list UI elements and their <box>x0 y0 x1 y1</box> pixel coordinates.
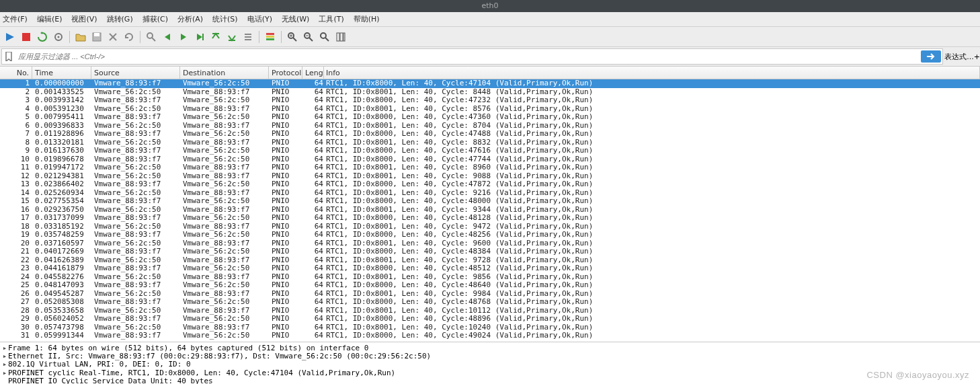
expand-icon[interactable] <box>1 377 8 384</box>
save-file-button[interactable] <box>89 30 104 44</box>
detail-line[interactable]: PROFINET IO Cyclic Service Data Unit: 40… <box>1 377 979 384</box>
go-forward-button[interactable] <box>176 30 191 44</box>
col-info[interactable]: Info <box>324 67 980 79</box>
menu-item-2[interactable]: 视图(V) <box>71 14 97 24</box>
menu-item-3[interactable]: 跳转(G) <box>107 14 133 24</box>
expand-icon[interactable]: ▸ <box>1 344 8 352</box>
col-time[interactable]: Time <box>32 67 91 79</box>
go-first-button[interactable] <box>208 30 223 44</box>
detail-line[interactable]: ▸Frame 1: 64 bytes on wire (512 bits), 6… <box>1 344 979 352</box>
menu-item-1[interactable]: 编辑(E) <box>37 14 63 24</box>
menu-item-7[interactable]: 电话(Y) <box>247 14 272 24</box>
packet-row[interactable]: 80.013320181Vmware_56:2c:50Vmware_88:93:… <box>0 139 980 147</box>
packet-row[interactable]: 140.025260934Vmware_56:2c:50Vmware_88:93… <box>0 189 980 198</box>
menu-item-0[interactable]: 文件(F) <box>3 14 28 24</box>
expand-icon[interactable]: ▸ <box>1 360 8 369</box>
packet-details[interactable]: ▸Frame 1: 64 bytes on wire (512 bits), 6… <box>0 342 980 384</box>
packet-row[interactable]: 250.048147093Vmware_88:93:f7Vmware_56:2c… <box>0 281 980 290</box>
packet-row[interactable]: 110.019947172Vmware_56:2c:50Vmware_88:93… <box>0 163 980 172</box>
reload-file-button[interactable] <box>122 30 136 44</box>
zoom-reset-button[interactable] <box>317 30 332 44</box>
expression-button[interactable]: 表达式... <box>944 52 974 62</box>
resize-columns-button[interactable] <box>333 30 348 44</box>
go-last-button[interactable] <box>224 30 239 44</box>
packet-list-header: No. Time Source Destination Protocol Len… <box>0 66 980 79</box>
svg-rect-16 <box>266 36 274 38</box>
menu-item-6[interactable]: 统计(S) <box>212 14 238 24</box>
packet-row[interactable]: 160.029236750Vmware_56:2c:50Vmware_88:93… <box>0 206 980 215</box>
bookmark-icon[interactable] <box>2 50 15 63</box>
close-file-button[interactable] <box>106 30 120 44</box>
capture-options-button[interactable] <box>51 30 66 44</box>
svg-line-19 <box>293 38 296 41</box>
packet-row[interactable]: 310.059991344Vmware_88:93:f7Vmware_56:2c… <box>0 332 980 340</box>
packet-row[interactable]: 170.031737099Vmware_88:93:f7Vmware_56:2c… <box>0 214 980 223</box>
svg-rect-17 <box>266 38 274 40</box>
go-back-button[interactable] <box>160 30 175 44</box>
zoom-in-button[interactable] <box>285 30 300 44</box>
col-length[interactable]: Length <box>302 67 324 79</box>
packet-row[interactable]: 230.044161879Vmware_88:93:f7Vmware_56:2c… <box>0 264 980 273</box>
menu-item-9[interactable]: 工具(T) <box>319 14 343 24</box>
packet-row[interactable]: 270.052085308Vmware_88:93:f7Vmware_56:2c… <box>0 298 980 307</box>
packet-list[interactable]: 10.000000000Vmware_88:93:f7Vmware_56:2c:… <box>0 79 980 342</box>
svg-rect-14 <box>245 39 251 40</box>
svg-rect-27 <box>337 33 339 41</box>
packet-row[interactable]: 290.056024052Vmware_88:93:f7Vmware_56:2c… <box>0 315 980 323</box>
packet-row[interactable]: 40.005391230Vmware_56:2c:50Vmware_88:93:… <box>0 105 980 114</box>
menu-item-5[interactable]: 分析(A) <box>177 14 203 24</box>
packet-row[interactable]: 240.045582276Vmware_56:2c:50Vmware_88:93… <box>0 273 980 282</box>
col-source[interactable]: Source <box>91 67 180 79</box>
packet-row[interactable]: 120.021294381Vmware_56:2c:50Vmware_88:93… <box>0 172 980 181</box>
packet-row[interactable]: 90.016137630Vmware_88:93:f7Vmware_56:2c:… <box>0 147 980 155</box>
packet-row[interactable]: 20.001433525Vmware_56:2c:50Vmware_88:93:… <box>0 88 980 97</box>
menu-item-4[interactable]: 捕获(C) <box>142 14 168 24</box>
zoom-out-button[interactable] <box>301 30 316 44</box>
stop-capture-button[interactable] <box>19 30 34 44</box>
detail-line[interactable]: ▸PROFINET cyclic Real-Time, RTC1, ID:0x8… <box>1 369 979 377</box>
menu-item-8[interactable]: 无线(W) <box>282 14 309 24</box>
svg-point-7 <box>147 33 153 38</box>
colorize-button[interactable] <box>263 30 278 44</box>
filter-apply-button[interactable] <box>921 50 941 63</box>
go-to-packet-button[interactable] <box>192 30 207 44</box>
packet-row[interactable]: 260.049545287Vmware_56:2c:50Vmware_88:93… <box>0 290 980 299</box>
restart-capture-button[interactable] <box>35 30 50 44</box>
col-no[interactable]: No. <box>0 67 32 79</box>
svg-rect-13 <box>245 36 251 38</box>
detail-line[interactable]: ▸802.1Q Virtual LAN, PRI: 0, DEI: 0, ID:… <box>1 360 979 369</box>
menu-item-10[interactable]: 帮助(H) <box>354 14 380 24</box>
toolbar-separator <box>69 31 70 43</box>
find-packet-button[interactable] <box>144 30 159 44</box>
packet-row[interactable]: 190.035748259Vmware_88:93:f7Vmware_56:2c… <box>0 231 980 239</box>
display-filter-input[interactable] <box>15 51 920 62</box>
start-capture-button[interactable] <box>3 30 17 44</box>
detail-text: 802.1Q Virtual LAN, PRI: 0, DEI: 0, ID: … <box>8 360 191 369</box>
packet-row[interactable]: 150.027755354Vmware_88:93:f7Vmware_56:2c… <box>0 197 980 206</box>
packet-row[interactable]: 30.003993142Vmware_88:93:f7Vmware_56:2c:… <box>0 96 980 105</box>
packet-row[interactable]: 280.053533658Vmware_56:2c:50Vmware_88:93… <box>0 307 980 315</box>
auto-scroll-button[interactable] <box>241 30 255 44</box>
packet-row[interactable]: 180.033185192Vmware_56:2c:50Vmware_88:93… <box>0 223 980 231</box>
svg-rect-15 <box>266 33 274 35</box>
detail-text: Ethernet II, Src: Vmware_88:93:f7 (00:0c… <box>8 352 431 360</box>
packet-row[interactable]: 70.011928896Vmware_88:93:f7Vmware_56:2c:… <box>0 130 980 139</box>
col-protocol[interactable]: Protocol <box>269 67 302 79</box>
packet-row[interactable]: 210.040172669Vmware_88:93:f7Vmware_56:2c… <box>0 247 980 256</box>
packet-row[interactable]: 10.000000000Vmware_88:93:f7Vmware_56:2c:… <box>0 79 980 88</box>
expand-icon[interactable]: ▸ <box>1 352 8 360</box>
packet-row[interactable]: 130.023866402Vmware_88:93:f7Vmware_56:2c… <box>0 180 980 189</box>
add-filter-button[interactable]: + <box>974 52 980 61</box>
packet-row[interactable]: 50.007995411Vmware_88:93:f7Vmware_56:2c:… <box>0 113 980 122</box>
detail-text: PROFINET IO Cyclic Service Data Unit: 40… <box>8 377 213 384</box>
svg-rect-4 <box>94 33 99 36</box>
detail-line[interactable]: ▸Ethernet II, Src: Vmware_88:93:f7 (00:0… <box>1 352 979 360</box>
packet-row[interactable]: 220.041626389Vmware_56:2c:50Vmware_88:93… <box>0 256 980 265</box>
col-destination[interactable]: Destination <box>180 67 269 79</box>
open-file-button[interactable] <box>73 30 88 44</box>
packet-row[interactable]: 300.057473798Vmware_56:2c:50Vmware_88:93… <box>0 323 980 332</box>
packet-row[interactable]: 200.037160597Vmware_56:2c:50Vmware_88:93… <box>0 239 980 248</box>
packet-row[interactable]: 100.019896678Vmware_88:93:f7Vmware_56:2c… <box>0 155 980 164</box>
packet-row[interactable]: 60.009396833Vmware_56:2c:50Vmware_88:93:… <box>0 122 980 130</box>
expand-icon[interactable]: ▸ <box>1 369 8 377</box>
